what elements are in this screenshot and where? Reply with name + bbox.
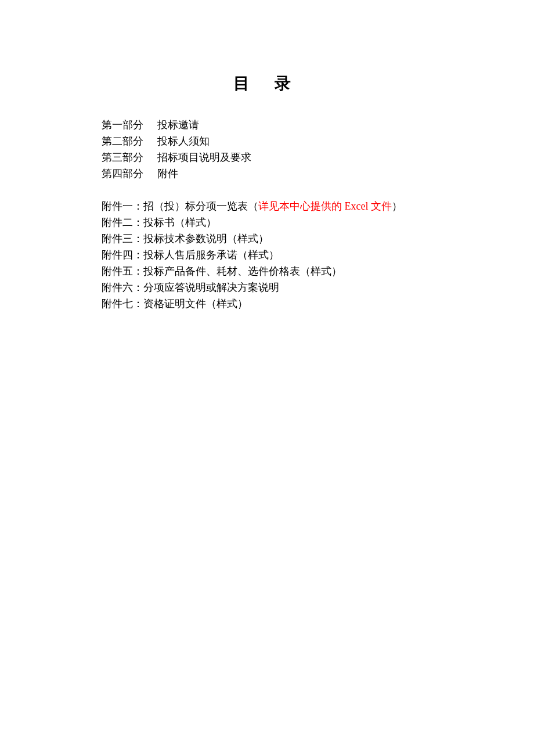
toc-section-4: 第四部分附件 [102, 165, 464, 182]
attachment-3: 附件三：投标技术参数说明（样式） [102, 231, 464, 247]
toc-section-1: 第一部分投标邀请 [102, 117, 464, 133]
attachment-text-prefix: 附件三：投标技术参数说明（样式） [102, 233, 269, 244]
section-name: 投标人须知 [157, 135, 210, 147]
section-name: 附件 [157, 168, 178, 179]
section-label: 第一部分 [102, 119, 143, 131]
section-label: 第四部分 [102, 168, 143, 179]
attachment-text-prefix: 附件六：分项应答说明或解决方案说明 [102, 282, 279, 293]
section-label: 第三部分 [102, 152, 143, 163]
attachment-text-prefix: 附件七：资格证明文件（样式） [102, 298, 248, 309]
attachment-text-prefix: 附件四：投标人售后服务承诺（样式） [102, 249, 279, 261]
attachment-text-suffix: ） [392, 200, 402, 212]
attachment-text-prefix: 附件五：投标产品备件、耗材、选件价格表（样式） [102, 265, 342, 277]
document-title: 目 录 [0, 73, 534, 95]
attachment-7: 附件七：资格证明文件（样式） [102, 296, 464, 312]
toc-section-2: 第二部分投标人须知 [102, 133, 464, 149]
attachment-5: 附件五：投标产品备件、耗材、选件价格表（样式） [102, 263, 464, 279]
attachment-2: 附件二：投标书（样式） [102, 214, 464, 231]
section-name: 投标邀请 [157, 119, 199, 131]
attachments-list: 附件一：招（投）标分项一览表（详见本中心提供的 Excel 文件） 附件二：投标… [102, 198, 464, 312]
attachment-6: 附件六：分项应答说明或解决方案说明 [102, 279, 464, 296]
attachment-text-prefix: 附件一：招（投）标分项一览表（ [102, 200, 258, 212]
toc-section-3: 第三部分招标项目说明及要求 [102, 149, 464, 165]
attachment-highlight: 详见本中心提供的 Excel 文件 [258, 200, 392, 212]
section-name: 招标项目说明及要求 [157, 152, 251, 163]
attachment-4: 附件四：投标人售后服务承诺（样式） [102, 247, 464, 263]
attachment-1: 附件一：招（投）标分项一览表（详见本中心提供的 Excel 文件） [102, 198, 464, 214]
section-label: 第二部分 [102, 135, 143, 147]
toc-content: 第一部分投标邀请 第二部分投标人须知 第三部分招标项目说明及要求 第四部分附件 … [0, 117, 534, 312]
attachment-text-prefix: 附件二：投标书（样式） [102, 217, 217, 228]
